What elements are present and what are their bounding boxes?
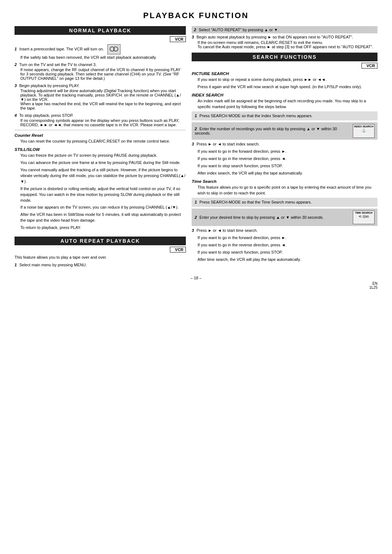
index-step-3: 3 Press ► or ◄ to start index search. If… [192, 141, 377, 176]
still-slow-p4: If the picture is distorted or rolling v… [20, 186, 186, 204]
index-step-3-note1: If you want to go in the forward directi… [197, 149, 377, 155]
picture-search-title: PICTURE SEARCH [192, 71, 377, 76]
picture-search-note: Press it again and the VCR will now sear… [197, 84, 377, 90]
vcr-badge-normal: VCR [170, 36, 186, 42]
auto-step-1-text: Select main menu by pressing MENU. [19, 263, 87, 267]
auto-repeat-header: AUTO REPEAT PLAYBACK [15, 237, 186, 245]
search-functions-header: SEARCH FUNCTIONS [192, 53, 377, 61]
counter-reset-text: You can reset the counter by pressing CL… [20, 139, 186, 144]
normal-step-2: 2 Turn on the TV and set the TV to chann… [15, 62, 186, 81]
index-search-intro: An index mark will be assigned at the be… [197, 98, 377, 110]
auto-repeat-intro: This feature allows you to play a tape o… [15, 255, 186, 260]
time-search-title: Time Search [192, 179, 377, 184]
index-step-2-content: 2 Enter the number of recordings you wis… [195, 127, 351, 135]
step-4-text: To stop playback, press STOP. [19, 113, 73, 118]
time-search-box-label: TIME SEARCH [354, 212, 373, 214]
index-step-2: 2 Enter the number of recordings you wis… [192, 122, 377, 140]
vcr-badge-search: VCR [362, 63, 377, 69]
time-search-intro: This feature allows you to go to a speci… [197, 185, 377, 196]
still-slow-section: STILL/SLOW You can freeze the picture on… [15, 147, 186, 231]
time-step-3-note4: After time search, the VCR will play the… [197, 257, 377, 263]
time-search-box-value: ⟲ 2|90 [354, 215, 373, 218]
auto-repeat-section: AUTO REPEAT PLAYBACK VCR This feature al… [15, 237, 186, 267]
page-title: PLAYBACK FUNCTION [15, 11, 377, 20]
page-number: – 18 – [15, 276, 377, 280]
index-step-3-text: 3 Press ► or ◄ to start index search. [192, 141, 377, 147]
normal-step-4: 4 To stop playback, press STOP. If no co… [15, 113, 186, 127]
time-step-3-note1: If you want to go in the forward directi… [197, 235, 377, 241]
time-step-3: 3 Press ► or ◄ to start time search. If … [192, 228, 377, 263]
auto-step-3-note1: If the on-screen menu still remains, CLE… [197, 40, 377, 45]
auto-step-2-text: Select "AUTO REPEAT" by pressing ▲ or ▼. [199, 28, 279, 32]
step-num-1: 1 [15, 47, 17, 51]
page-ref: EN1L25 [15, 282, 377, 290]
picture-search-section: PICTURE SEARCH If you want to skip or re… [192, 71, 377, 90]
index-step-1-text: Press SEARCH MODE so that the Index Sear… [200, 114, 313, 118]
step-3-text: Begin playback by pressing PLAY. [19, 83, 79, 88]
step-num-2: 2 [15, 62, 17, 67]
auto-step-3-note2: To cancel the Auto repeat mode, press ► … [197, 45, 377, 49]
time-step-num-1: 1 [195, 200, 197, 204]
counter-reset-title: Counter Reset [15, 133, 186, 138]
step-1-text: Insert a prerecorded tape. The VCR will … [19, 47, 104, 51]
step-2-note: If noise appears, change the RF output c… [20, 67, 186, 81]
auto-step-3-text: Begin auto repeat playback by pressing ►… [197, 35, 354, 39]
index-search-box-icon: ⚓ [354, 128, 373, 132]
index-step-3-note2: If you want to go in the reverse directi… [197, 156, 377, 162]
still-slow-p1: You can freeze the picture on TV screen … [20, 153, 186, 159]
time-step-2-content: 2 Enter your desired time to skip by pre… [195, 215, 351, 219]
auto-repeat-steps-continued: 2 Select "AUTO REPEAT" by pressing ▲ or … [192, 26, 377, 49]
time-step-num-2: 2 [195, 215, 197, 219]
step-num-4: 4 [15, 113, 17, 118]
still-slow-p3: You cannot manually adjust the tracking … [20, 167, 186, 185]
time-step-3-note3: If you want to stop search function, pre… [197, 250, 377, 255]
still-slow-p6: After the VCR has been in Still/Slow mod… [20, 212, 186, 223]
auto-repeat-step1: 1 Select main menu by pressing MENU. [15, 263, 186, 267]
auto-step-3: 3 Begin auto repeat playback by pressing… [192, 35, 377, 49]
counter-reset-section: Counter Reset You can reset the counter … [15, 133, 186, 144]
step-3-note: Tracking adjustment will be done automat… [20, 89, 186, 110]
time-step-1-text: Press SEARCH-MODE so that the Time Searc… [200, 200, 312, 204]
index-step-num-2: 2 [195, 127, 197, 131]
still-slow-p7: To return to playback, press PLAY. [20, 225, 186, 231]
index-step-3-note4: After index search, the VCR will play th… [197, 171, 377, 176]
normal-playback-section: NORMAL PLAYBACK VCR 1 Insert a prerecord… [15, 26, 186, 231]
time-step-3-note2: If you want to go in the reverse directi… [197, 242, 377, 248]
search-functions-section: SEARCH FUNCTIONS VCR PICTURE SEARCH If y… [192, 53, 377, 263]
picture-search-text: If you want to skip or repeat a scene du… [197, 77, 377, 83]
normal-step-3: 3 Begin playback by pressing PLAY. Track… [15, 83, 186, 110]
normal-playback-header: NORMAL PLAYBACK [15, 26, 186, 35]
time-search-display: TIME SEARCH ⟲ 2|90 [353, 210, 375, 224]
time-step-2-text: Enter your desired time to skip by press… [200, 215, 324, 219]
still-slow-p2: You can advance the picture one frame at… [20, 160, 186, 166]
time-step-1: 1 Press SEARCH-MODE so that the Time Sea… [192, 198, 377, 207]
index-search-display: INDEX SEARCH ⚓ [353, 124, 375, 138]
index-search-box-label: INDEX SEARCH [354, 125, 373, 128]
step-4-note: If no corresponding symbols appear on th… [20, 118, 186, 127]
step-num-3: 3 [15, 83, 17, 88]
vcr-badge-auto: VCR [170, 247, 186, 253]
index-step-1: 1 Press SEARCH MODE so that the Index Se… [192, 111, 377, 120]
left-column: NORMAL PLAYBACK VCR 1 Insert a prerecord… [15, 26, 186, 267]
index-search-title: INDEX SEARCH [192, 93, 377, 97]
normal-step-1: 1 Insert a prerecorded tape. The VCR wil… [15, 44, 186, 59]
still-slow-title: STILL/SLOW [15, 147, 186, 152]
auto-step-num-3: 3 [192, 35, 194, 39]
right-column: 2 Select "AUTO REPEAT" by pressing ▲ or … [192, 26, 377, 267]
index-step-3-note3: If you want to stop search function, pre… [197, 163, 377, 169]
index-step-num-1: 1 [195, 114, 197, 118]
auto-step-num-2: 2 [194, 28, 196, 32]
index-search-section: INDEX SEARCH An index mark will be assig… [192, 93, 377, 176]
step-2-text: Turn on the TV and set the TV to channel… [19, 62, 97, 67]
auto-step-num-1: 1 [15, 263, 17, 267]
time-step-2: 2 Enter your desired time to skip by pre… [192, 209, 377, 226]
time-step-3-text: 3 Press ► or ◄ to start time search. [192, 228, 377, 234]
still-slow-p5: If a noise bar appears on the TV screen,… [20, 205, 186, 210]
step-1-note: If the safety tab has been removed, the … [20, 55, 186, 59]
time-search-section: Time Search This feature allows you to g… [192, 179, 377, 263]
tape-icon [107, 44, 121, 54]
index-step-2-text: Enter the number of recordings you wish … [195, 127, 337, 135]
auto-step-2-bar: 2 Select "AUTO REPEAT" by pressing ▲ or … [192, 26, 377, 33]
